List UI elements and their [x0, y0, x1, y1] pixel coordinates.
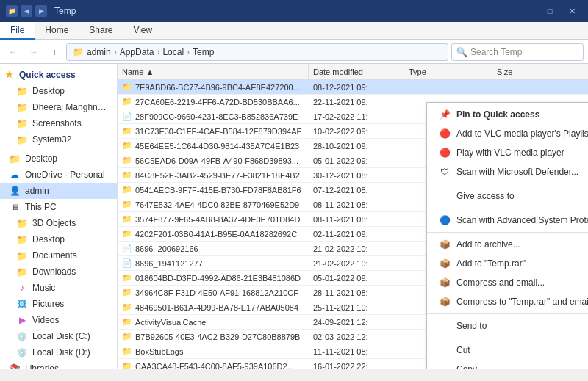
col-header-date[interactable]: Date modified — [309, 64, 404, 79]
context-menu-item[interactable]: 📌 Pin to Quick access — [427, 105, 588, 124]
sidebar-item-desktop1[interactable]: 📁 Desktop — [0, 83, 117, 99]
context-menu-item[interactable]: 📦 Compress and email... — [427, 273, 588, 292]
address-path[interactable]: 📁 admin › AppData › Local › Temp — [66, 43, 448, 61]
sidebar-item-drivd[interactable]: 💿 Local Disk (D:) — [0, 344, 117, 360]
context-menu-item[interactable]: 📦 Add to "Temp.rar" — [427, 254, 588, 273]
file-name-text: BoxStubLogs — [135, 347, 183, 356]
file-name-text: 7E9ABD66-BC77-4B96-9BC4-AE8E427200... — [135, 83, 300, 92]
sidebar: ★ Quick access 📁 Desktop 📁 Dheeraj Mangh… — [0, 64, 118, 369]
search-box[interactable]: 🔍 Search Temp — [451, 43, 584, 61]
ctx-item-icon — [439, 344, 451, 356]
sidebar-item-documents[interactable]: 📁 Documents — [0, 247, 117, 264]
sidebar-item-3dobjects[interactable]: 📁 3D Objects — [0, 215, 117, 231]
ctx-item-icon — [439, 320, 451, 332]
sidebar-item-dheeraj[interactable]: 📁 Dheeraj Manghnani tax — [0, 99, 117, 115]
file-name-cell: 📁 B7B92605-40E3-4AC2-B329-D27C80B8879B — [118, 332, 309, 342]
file-icon: 📁 — [122, 288, 132, 298]
ctx-item-label: Give access to — [456, 191, 514, 201]
sidebar-item-pictures[interactable]: 🖼 Pictures — [0, 296, 117, 312]
sidebar-label-admin: admin — [25, 186, 49, 196]
sidebar-item-admin[interactable]: 👤 admin — [0, 183, 117, 199]
folder-icon-system32: 📁 — [16, 134, 28, 145]
sidebar-label-libraries: Libraries — [25, 363, 59, 369]
path-sep-3: › — [187, 47, 190, 57]
back-button[interactable]: ← — [4, 43, 22, 61]
sidebar-item-videos[interactable]: ▶ Videos — [0, 312, 117, 328]
sidebar-item-screenshots[interactable]: 📁 Screenshots — [0, 115, 117, 131]
col-header-size[interactable]: Size — [492, 64, 551, 79]
file-date-cell: 28-10-2021 09: — [309, 142, 404, 150]
back-arrow-title[interactable]: ◀ — [21, 5, 32, 17]
sidebar-item-desktop2[interactable]: 📁 Desktop — [0, 150, 117, 167]
file-name-cell: 📁 ActivityVisualCache — [118, 317, 309, 327]
col-header-name[interactable]: Name ▲ — [118, 64, 309, 79]
file-icon: 📄 — [122, 112, 132, 122]
path-temp: Temp — [193, 47, 214, 57]
file-icon: 📄 — [122, 258, 132, 269]
sidebar-quick-access[interactable]: ★ Quick access — [0, 67, 117, 83]
sidebar-item-system32[interactable]: 📁 System32 — [0, 131, 117, 148]
file-date-cell: 28-11-2021 08: — [309, 289, 404, 297]
file-name-text: 27CA60E6-2219-4FF6-A72D-BD530BBAA6... — [135, 98, 300, 106]
context-menu-item[interactable]: 🔴 Add to VLC media player's Playlist — [427, 124, 588, 143]
file-name-cell: 📁 7647E532-4AE4-4DC0-82BE-8770469E52D9 — [118, 200, 309, 210]
file-icon: 📄 — [122, 244, 132, 254]
table-row[interactable]: 📁 7E9ABD66-BC77-4B96-9BC4-AE8E427200... … — [118, 80, 588, 95]
sidebar-item-onedrive[interactable]: ☁ OneDrive - Personal — [0, 167, 117, 183]
address-bar: ← → ↑ 📁 admin › AppData › Local › Temp 🔍… — [0, 40, 588, 64]
context-menu-item[interactable]: 🔴 Play with VLC media player — [427, 143, 588, 162]
sidebar-item-music[interactable]: ♪ Music — [0, 280, 117, 296]
sidebar-item-libraries[interactable]: 📚 Libraries — [0, 360, 117, 369]
folder-icon-desktop3: 📁 — [16, 233, 28, 245]
file-icon: 📁 — [122, 273, 132, 283]
tab-view[interactable]: View — [123, 22, 162, 39]
file-date-cell: 17-02-2022 11: — [309, 112, 404, 121]
ctx-item-label: Pin to Quick access — [456, 109, 539, 120]
sidebar-item-thispc[interactable]: 🖥 This PC — [0, 199, 117, 215]
ctx-item-icon: 📦 — [439, 277, 451, 289]
file-icon: 📁 — [122, 97, 132, 107]
close-button[interactable]: ✕ — [562, 4, 582, 18]
tab-file[interactable]: File — [0, 22, 35, 40]
context-menu-item[interactable]: 📦 Compress to "Temp.rar" and email — [427, 292, 588, 311]
ctx-item-icon — [439, 363, 451, 369]
col-header-type[interactable]: Type — [404, 64, 492, 79]
sidebar-label-onedrive: OneDrive - Personal — [25, 170, 105, 180]
context-menu-item[interactable]: 🔵 Scan with Advanced System Protector — [427, 211, 588, 230]
context-menu-item[interactable]: Cut — [427, 341, 588, 360]
sidebar-item-downloads[interactable]: 📁 Downloads — [0, 264, 117, 280]
tab-home[interactable]: Home — [35, 22, 79, 39]
ctx-item-label: Play with VLC media player — [456, 148, 564, 158]
file-name-text: 4202F201-03B0-41A1-B95E-0AA18282692C — [135, 230, 297, 239]
music-icon: ♪ — [16, 282, 28, 294]
file-date-cell: 05-01-2022 09: — [309, 274, 404, 283]
tab-share[interactable]: Share — [79, 22, 123, 39]
file-name-cell: 📁 018604BD-D3FD-4992-AD86-21E3B481086D — [118, 273, 309, 283]
sidebar-label-music: Music — [32, 283, 55, 293]
forward-button[interactable]: → — [25, 43, 43, 61]
file-name-cell: 📁 7E9ABD66-BC77-4B96-9BC4-AE8E427200... — [118, 82, 309, 92]
up-button[interactable]: ↑ — [46, 43, 63, 61]
forward-arrow-title[interactable]: ▶ — [35, 5, 47, 17]
quick-access-icon: ★ — [3, 69, 15, 81]
context-menu-item[interactable]: Copy — [427, 360, 588, 369]
file-name-cell: 📁 BoxStubLogs — [118, 346, 309, 357]
context-menu-item[interactable]: Send to › — [427, 316, 588, 335]
context-menu-item[interactable]: Give access to › — [427, 186, 588, 206]
context-menu-item[interactable]: 🛡 Scan with Microsoft Defender... — [427, 162, 588, 181]
maximize-button[interactable]: □ — [539, 4, 560, 18]
videos-icon: ▶ — [16, 314, 28, 326]
folder-icon-desktop1: 📁 — [16, 85, 28, 97]
sidebar-item-drivc[interactable]: 💿 Local Disk (C:) — [0, 328, 117, 344]
libraries-icon: 📚 — [9, 363, 21, 369]
file-name-cell: 📁 27CA60E6-2219-4FF6-A72D-BD530BBAA6... — [118, 97, 309, 107]
file-name-cell: 📁 CAA3CA48-F543-4C00-8AF5-939A106D2... — [118, 361, 309, 369]
file-name-cell: 📄 28F909CC-9660-4231-8EC3-B852836A739E — [118, 112, 309, 122]
folder-icon-3d: 📁 — [16, 217, 28, 229]
sidebar-item-desktop3[interactable]: 📁 Desktop — [0, 231, 117, 247]
sidebar-label-desktop2: Desktop — [25, 153, 57, 164]
minimize-button[interactable]: — — [517, 4, 538, 18]
main-area: ★ Quick access 📁 Desktop 📁 Dheeraj Mangh… — [0, 64, 588, 369]
ctx-item-label: Scan with Microsoft Defender... — [456, 167, 578, 177]
context-menu-item[interactable]: 📦 Add to archive... — [427, 235, 588, 254]
